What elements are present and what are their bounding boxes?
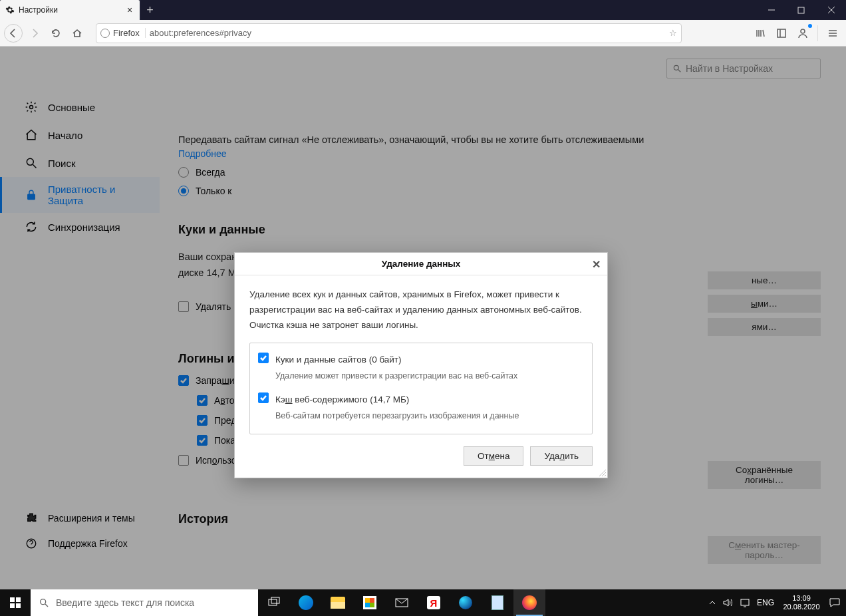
taskbar-app-edge[interactable] <box>290 589 322 616</box>
tab-close-icon[interactable]: × <box>125 5 134 15</box>
dnt-radio-only-row[interactable]: Только к <box>178 186 657 196</box>
sidebar-item-sync[interactable]: Синхронизация <box>0 213 160 241</box>
sidebar-item-label: Синхронизация <box>48 222 120 233</box>
taskbar-clock[interactable]: 13:09 20.08.2020 <box>781 594 822 611</box>
svg-rect-1 <box>798 7 804 13</box>
home-icon <box>24 128 39 142</box>
svg-line-22 <box>45 604 48 607</box>
nav-home-button[interactable] <box>68 24 86 43</box>
window-maximize-button[interactable] <box>786 0 816 20</box>
svg-point-11 <box>27 158 33 165</box>
identity-label: Firefox <box>113 28 140 38</box>
resize-grip-icon[interactable] <box>598 468 606 476</box>
svg-point-6 <box>801 29 805 33</box>
prefs-search-input[interactable]: Найти в Настройках <box>666 59 821 78</box>
gear-icon <box>24 100 39 114</box>
sidebar-item-extensions[interactable]: Расширения и темы <box>0 506 160 531</box>
nav-reload-button[interactable] <box>47 24 65 43</box>
action-center-icon[interactable] <box>829 597 841 609</box>
taskbar-app-unknown[interactable] <box>450 589 482 616</box>
search-icon <box>672 64 682 73</box>
sidebar-item-home[interactable]: Начало <box>0 121 160 149</box>
dnt-learn-link[interactable]: Подробнее <box>178 148 227 159</box>
cookies-buttons: ные… ыми… ями… <box>708 271 821 336</box>
manage-data-button[interactable]: ыми… <box>708 295 821 313</box>
prefs-sidebar: Основные Начало Поиск Приватность и Защи… <box>0 47 160 589</box>
help-icon <box>24 536 39 551</box>
url-text: about:preferences#privacy <box>150 28 665 38</box>
taskbar-app-mail[interactable] <box>386 589 418 616</box>
checkbox-icon <box>178 375 189 386</box>
dnt-radio-always-row[interactable]: Всегда <box>178 167 657 178</box>
taskbar-search-placeholder: Введите здесь текст для поиска <box>56 597 194 608</box>
volume-icon[interactable] <box>722 597 733 608</box>
taskbar-app-explorer[interactable] <box>322 589 354 616</box>
nav-forward-button[interactable] <box>25 24 44 43</box>
svg-line-16 <box>678 70 681 73</box>
svg-rect-23 <box>269 599 277 605</box>
sidebar-item-privacy[interactable]: Приватность и Защита <box>0 177 160 213</box>
svg-line-12 <box>33 165 37 168</box>
dialog-description: Удаление всех кук и данных сайтов, храни… <box>249 287 593 333</box>
site-identity[interactable]: Firefox <box>100 28 146 38</box>
taskbar-app-firefox[interactable] <box>513 589 545 616</box>
browser-tab[interactable]: Настройки × <box>0 0 140 20</box>
svg-rect-4 <box>777 29 785 37</box>
taskbar-search[interactable]: Введите здесь текст для поиска <box>31 589 258 616</box>
logins-buttons: Сохранённые логины… Сменить мастер-парол… <box>708 429 821 564</box>
cookies-heading: Куки и данные <box>178 223 657 237</box>
system-tray[interactable]: ENG 13:09 20.08.2020 <box>704 589 846 616</box>
radio-icon <box>178 186 189 196</box>
library-icon[interactable] <box>751 24 770 43</box>
tray-chevron-icon[interactable] <box>709 599 716 606</box>
sidebar-item-label: Основные <box>48 102 95 113</box>
account-icon[interactable] <box>793 24 812 43</box>
change-master-password-button[interactable]: Сменить мастер-пароль… <box>708 536 821 564</box>
new-tab-button[interactable]: + <box>140 0 160 20</box>
svg-point-10 <box>30 106 33 109</box>
dialog-delete-button[interactable]: Удалить <box>530 446 593 466</box>
dialog-close-button[interactable]: ✕ <box>592 258 601 271</box>
sidebar-item-label: Начало <box>48 130 82 141</box>
sidebar-icon[interactable] <box>772 24 791 43</box>
dnt-heading: Передавать сайтам сигнал «Не отслеживать… <box>178 132 657 148</box>
sidebar-item-general[interactable]: Основные <box>0 93 160 121</box>
sync-icon <box>24 220 39 234</box>
dialog-cancel-button[interactable]: Отмена <box>464 446 523 466</box>
tab-title: Настройки <box>19 5 121 15</box>
sidebar-item-label: Поиск <box>48 158 76 169</box>
window-close-button[interactable] <box>816 0 846 20</box>
dialog-options: Куки и данные сайтов (0 байт) Удаление м… <box>249 343 593 434</box>
start-button[interactable] <box>0 589 31 616</box>
taskbar-app-store[interactable] <box>354 589 386 616</box>
clear-data-button[interactable]: ные… <box>708 271 821 289</box>
bookmark-star-icon[interactable]: ☆ <box>669 28 677 38</box>
dialog-title-bar: Удаление данных ✕ <box>235 253 607 275</box>
app-menu-button[interactable] <box>823 24 842 43</box>
window-minimize-button[interactable] <box>756 0 786 20</box>
firefox-icon <box>100 29 110 38</box>
windows-taskbar: Введите здесь текст для поиска Я ENG 13:… <box>0 589 846 616</box>
language-indicator[interactable]: ENG <box>757 598 774 607</box>
network-icon[interactable] <box>740 597 750 608</box>
sidebar-item-support[interactable]: Поддержка Firefox <box>0 531 160 556</box>
taskbar-app-yandex[interactable]: Я <box>418 589 450 616</box>
gear-icon <box>5 5 15 15</box>
clear-cookies-checkbox[interactable]: Куки и данные сайтов (0 байт) Удаление м… <box>258 353 584 383</box>
taskbar-app-notepad[interactable] <box>482 589 513 616</box>
nav-back-button[interactable] <box>4 24 23 43</box>
sidebar-item-search[interactable]: Поиск <box>0 149 160 177</box>
sidebar-item-label: Поддержка Firefox <box>48 538 128 549</box>
puzzle-icon <box>24 511 39 526</box>
option-title: Кэш веб-содержимого (14,7 МБ) <box>275 392 584 408</box>
sidebar-item-label: Приватность и Защита <box>48 184 153 206</box>
preferences-page: Основные Начало Поиск Приватность и Защи… <box>0 47 846 589</box>
exceptions-button[interactable]: ями… <box>708 318 821 336</box>
saved-logins-button[interactable]: Сохранённые логины… <box>708 461 821 489</box>
nav-toolbar: Firefox about:preferences#privacy ☆ <box>0 20 846 47</box>
clear-cache-checkbox[interactable]: Кэш веб-содержимого (14,7 МБ) Веб-сайтам… <box>258 392 584 423</box>
url-bar[interactable]: Firefox about:preferences#privacy ☆ <box>96 23 682 43</box>
lock-icon <box>24 188 39 202</box>
task-view-button[interactable] <box>258 589 290 616</box>
option-subtitle: Удаление может привести к разрегистрации… <box>275 369 584 383</box>
